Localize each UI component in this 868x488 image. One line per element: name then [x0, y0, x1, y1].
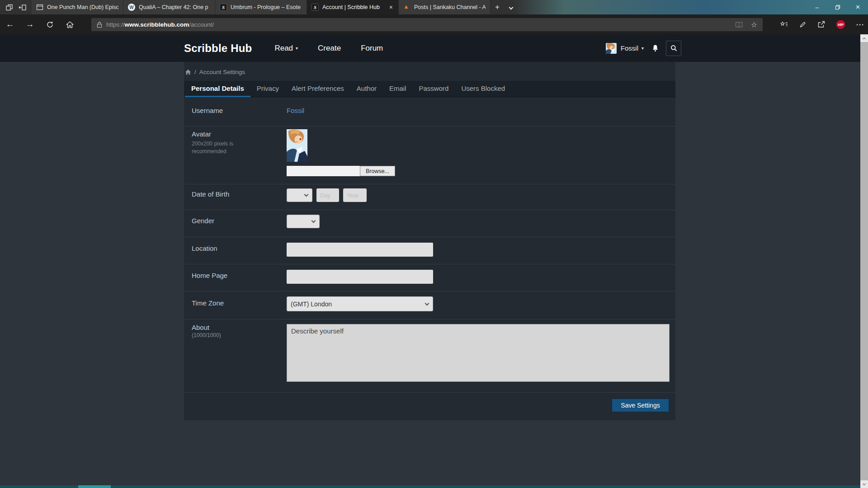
- favorite-star-icon[interactable]: ☆: [751, 20, 757, 29]
- avatar-upload-control: Browse...: [287, 166, 675, 176]
- tab-title: Umbrum - Prologue – Esote: [231, 4, 302, 10]
- time-zone-value: (GMT) London: [291, 300, 332, 308]
- breadcrumb-label: Account Settings: [199, 69, 245, 75]
- footer-highlight-segment: [78, 485, 111, 488]
- dob-year-input[interactable]: [343, 188, 367, 202]
- tab-alert-preferences[interactable]: Alert Preferences: [285, 81, 350, 97]
- tab-title: One Punch Man (Dub) Episo: [47, 4, 118, 10]
- notifications-bell-icon[interactable]: [651, 44, 659, 52]
- browser-tab-qualia[interactable]: W QualiA – Chapter 42: One p: [123, 0, 215, 14]
- tab-list-dropdown-button[interactable]: [504, 0, 518, 14]
- browser-tab-onepunchman[interactable]: One Punch Man (Dub) Episo: [32, 0, 123, 14]
- page-footer-edge: [0, 485, 860, 488]
- avatar[interactable]: [606, 43, 617, 54]
- tab-close-icon[interactable]: ×: [388, 4, 394, 11]
- avatar-row: Avatar 200x200 pixels is recommended Bro…: [184, 127, 675, 184]
- tab-password[interactable]: Password: [413, 81, 455, 97]
- search-icon: [670, 45, 677, 52]
- close-button[interactable]: ×: [848, 0, 868, 14]
- location-field-label: Location: [192, 237, 287, 264]
- favorites-hub-icon[interactable]: [780, 21, 788, 28]
- address-bar[interactable]: https://www.scribblehub.com/account/ ☆: [91, 18, 763, 31]
- dob-month-select[interactable]: [287, 188, 312, 202]
- tab-title: Posts | Sankaku Channel - A: [414, 4, 486, 10]
- url-scheme: https://: [106, 21, 125, 28]
- more-menu-icon[interactable]: ···: [856, 21, 864, 28]
- time-zone-select[interactable]: (GMT) London: [287, 296, 433, 311]
- adblock-plus-icon[interactable]: ABP: [836, 20, 845, 29]
- gender-select[interactable]: [287, 215, 320, 228]
- avatar-file-input[interactable]: [287, 166, 360, 176]
- scribblehub-favicon: S: [220, 4, 227, 11]
- home-icon[interactable]: [185, 69, 191, 75]
- share-icon[interactable]: [818, 21, 825, 28]
- browser-tab-sankaku[interactable]: ▲ Posts | Sankaku Channel - A: [399, 0, 491, 14]
- set-tabs-aside-icon[interactable]: [19, 4, 27, 11]
- chevron-down-icon: [863, 482, 866, 485]
- browser-navigation-bar: ← → https://www.scribblehub.com/account/…: [0, 14, 868, 34]
- username-value-link[interactable]: Fossil: [287, 107, 304, 114]
- tab-author[interactable]: Author: [350, 81, 383, 97]
- username-label[interactable]: Fossil: [621, 44, 638, 52]
- scribblehub-favicon: S: [311, 4, 319, 11]
- about-char-counter: (1000/1000): [192, 332, 287, 338]
- site-logo[interactable]: Scribble Hub: [184, 42, 252, 55]
- home-icon[interactable]: [60, 21, 80, 28]
- browser-tab-umbrum[interactable]: S Umbrum - Prologue – Esote: [215, 0, 307, 14]
- home-page-row: Home Page: [184, 264, 675, 291]
- url-path: /account/: [189, 21, 214, 28]
- wordpress-icon: W: [128, 4, 135, 11]
- site-header: Scribble Hub Read▾ Create Forum Fossil ▾: [0, 34, 860, 62]
- refresh-icon[interactable]: [40, 21, 60, 28]
- about-textarea[interactable]: [287, 324, 670, 382]
- forward-icon[interactable]: →: [20, 19, 40, 29]
- search-button[interactable]: [666, 41, 681, 56]
- tab-users-blocked[interactable]: Users Blocked: [455, 81, 511, 97]
- avatar-size-hint: 200x200 pixels is recommended: [192, 140, 242, 156]
- current-avatar-image: [287, 129, 307, 162]
- user-menu: Fossil ▾: [606, 41, 681, 56]
- browser-toolbar-icons: ABP ···: [780, 14, 864, 34]
- avatar-field-label: Avatar: [192, 130, 287, 138]
- scroll-up-button[interactable]: [860, 34, 868, 42]
- select-chevron-icon: [311, 219, 316, 223]
- gender-row: Gender: [184, 210, 675, 237]
- reading-view-icon[interactable]: [735, 21, 743, 28]
- nav-read[interactable]: Read▾: [264, 44, 308, 53]
- tab-privacy[interactable]: Privacy: [250, 81, 285, 97]
- location-input[interactable]: [287, 243, 433, 257]
- restore-button[interactable]: [827, 0, 848, 14]
- nav-create[interactable]: Create: [308, 44, 351, 53]
- time-zone-row: Time Zone (GMT) London: [184, 291, 675, 319]
- browser-tab-account-active[interactable]: S Account | Scribble Hub ×: [307, 0, 399, 14]
- location-row: Location: [184, 237, 675, 264]
- browser-tab-bar: One Punch Man (Dub) Episo W QualiA – Cha…: [0, 0, 868, 14]
- chevron-down-icon[interactable]: ▾: [642, 46, 644, 51]
- about-field-label: About: [192, 324, 287, 331]
- home-page-field-label: Home Page: [192, 264, 287, 291]
- dob-day-input[interactable]: [316, 188, 339, 202]
- dob-field-label: Date of Birth: [192, 184, 287, 210]
- home-page-input[interactable]: [287, 270, 433, 284]
- nav-buttons: ← →: [0, 14, 80, 34]
- lock-icon: [97, 21, 102, 28]
- back-icon[interactable]: ←: [0, 19, 20, 29]
- new-tab-button[interactable]: +: [491, 0, 504, 14]
- nav-forum[interactable]: Forum: [351, 44, 393, 53]
- gender-field-label: Gender: [192, 210, 287, 237]
- chevron-down-icon: ▾: [296, 46, 298, 51]
- tab-personal-details[interactable]: Personal Details: [185, 81, 250, 97]
- browse-button[interactable]: Browse...: [360, 166, 395, 176]
- save-settings-button[interactable]: Save Settings: [612, 399, 669, 412]
- page-scrollbar[interactable]: [860, 34, 868, 488]
- web-notes-pen-icon[interactable]: [799, 21, 807, 28]
- url-text: https://www.scribblehub.com/account/: [106, 21, 214, 28]
- breadcrumb-separator: /: [194, 69, 196, 75]
- tab-email[interactable]: Email: [383, 81, 413, 97]
- settings-tabs: Personal Details Privacy Alert Preferenc…: [184, 81, 675, 97]
- url-host: www.scribblehub.com: [125, 21, 189, 28]
- tabs-preview-icon[interactable]: [5, 4, 13, 11]
- scroll-down-button[interactable]: [860, 480, 868, 488]
- select-chevron-icon: [304, 192, 309, 197]
- minimize-button[interactable]: –: [807, 0, 827, 14]
